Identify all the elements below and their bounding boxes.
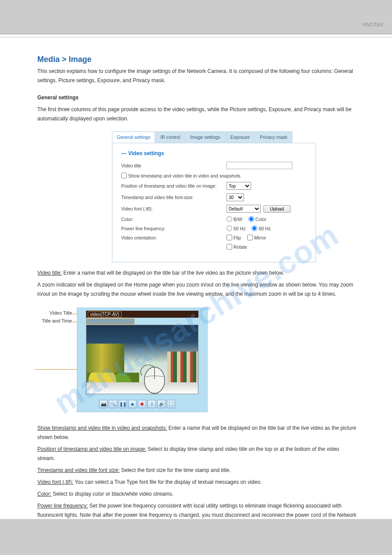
- label-color: Color:: [121, 217, 227, 222]
- header-rule: [0, 37, 392, 37]
- label-mirror: Mirror: [254, 235, 266, 240]
- general-settings-heading: General settings: [37, 93, 357, 102]
- checkbox-flip[interactable]: Flip: [227, 235, 241, 240]
- label-flip: Flip: [234, 235, 241, 240]
- label-bw: B/W: [234, 217, 242, 222]
- video-title-input[interactable]: [227, 162, 292, 169]
- general-settings-intro: The first three columns of this page pro…: [37, 105, 357, 123]
- settings-panel-figure: General settings IR control Image settin…: [112, 131, 316, 262]
- toolbar-pause-icon[interactable]: ❚❚: [119, 400, 127, 408]
- bottom-bar: [0, 519, 392, 555]
- leader-label-video-title: Video Title: [35, 310, 72, 316]
- intro-paragraph: This section explains how to configure t…: [37, 67, 357, 85]
- checkbox-rotate[interactable]: Rotate: [227, 244, 247, 250]
- label-position: Position of timestamp and video title on…: [121, 183, 227, 189]
- page-title: Media > Image: [37, 55, 357, 64]
- checkbox-show-timestamp[interactable]: Show timestamp and video title in video …: [121, 173, 241, 178]
- preview-header-label: video(TCP-AV): [88, 312, 122, 317]
- para-video-title: Video title: Enter a name that will be d…: [37, 268, 357, 278]
- toolbar-download-icon[interactable]: ⇩: [147, 400, 156, 408]
- para-show-timestamp: Show timestamp and video title in video …: [37, 424, 357, 442]
- tab-ir-control[interactable]: IR control: [155, 131, 185, 143]
- label-orientation: Video orientation:: [121, 235, 227, 240]
- select-position[interactable]: Top: [227, 182, 251, 190]
- select-videofont[interactable]: Default: [227, 205, 261, 213]
- preview-title-overlay: [86, 319, 134, 324]
- leader-label-title-time: Title and Time: [35, 318, 72, 323]
- label-rotate: Rotate: [234, 244, 247, 250]
- toolbar-fullscreen-icon[interactable]: ⛶: [167, 400, 175, 408]
- select-fontsize[interactable]: 30: [227, 193, 244, 201]
- para-color: Color: Select to display color or black/…: [37, 490, 357, 499]
- preview-header-bar: video(TCP-AV): [86, 311, 198, 318]
- checkbox-mirror[interactable]: Mirror: [247, 235, 266, 240]
- toolbar-snapshot-icon[interactable]: 📷: [99, 400, 108, 408]
- top-bar: VIVOTEK: [0, 0, 392, 34]
- tab-exposure[interactable]: Exposure: [226, 131, 255, 143]
- tab-bar: General settings IR control Image settin…: [112, 131, 316, 143]
- toolbar-record-icon[interactable]: [138, 400, 146, 408]
- preview-photo: [86, 325, 198, 394]
- label-powerline: Power line frequency:: [121, 226, 227, 231]
- live-preview: video(TCP-AV) 📷 🔍: [77, 308, 208, 412]
- tab-general-settings[interactable]: General settings: [112, 131, 155, 143]
- toolbar-zoom-icon[interactable]: 🔍: [109, 400, 117, 408]
- para-videofont: Video font (.ttf): You can select a True…: [37, 478, 357, 487]
- label-video-title: Video title: [121, 163, 227, 168]
- preview-toolbar: 📷 🔍 ❚❚ ■ ⇩ 🔊 ⛶: [99, 400, 175, 408]
- mouse-cursor-illustration: [139, 365, 170, 394]
- upload-button[interactable]: Upload: [263, 205, 291, 213]
- label-show-timestamp: Show timestamp and video title in video …: [128, 173, 241, 178]
- tab-image-settings[interactable]: Image settings: [185, 131, 225, 143]
- para-position: Position of timestamp and video title on…: [37, 445, 357, 463]
- tab-privacy-mask[interactable]: Privacy mask: [255, 131, 292, 143]
- label-colorval: Color: [255, 217, 266, 222]
- label-60hz: 60 Hz: [259, 226, 270, 231]
- panel-heading: Video settings: [121, 150, 307, 156]
- para-fontsize: Timestamp and video title font size: Sel…: [37, 466, 357, 475]
- header-brand: VIVOTEK: [362, 22, 383, 27]
- label-fontsize: Timestamp and video title font-size:: [121, 195, 227, 200]
- label-videofont: Video font (.ttf):: [121, 206, 227, 211]
- radio-color[interactable]: Color: [248, 216, 266, 222]
- para-zoom-indicator: A zoom indicator will be displayed on th…: [37, 280, 357, 299]
- toolbar-stop-icon[interactable]: ■: [128, 400, 137, 408]
- radio-60hz[interactable]: 60 Hz: [252, 225, 270, 231]
- preview-figure: Video Title Title and Time video(TCP-AV): [37, 308, 357, 417]
- radio-50hz[interactable]: 50 Hz: [227, 225, 245, 231]
- video-settings-panel: Video settings Video title Show timestam…: [112, 143, 316, 262]
- radio-bw[interactable]: B/W: [227, 216, 242, 222]
- toolbar-audio-icon[interactable]: 🔊: [157, 400, 165, 408]
- label-50hz: 50 Hz: [234, 226, 245, 231]
